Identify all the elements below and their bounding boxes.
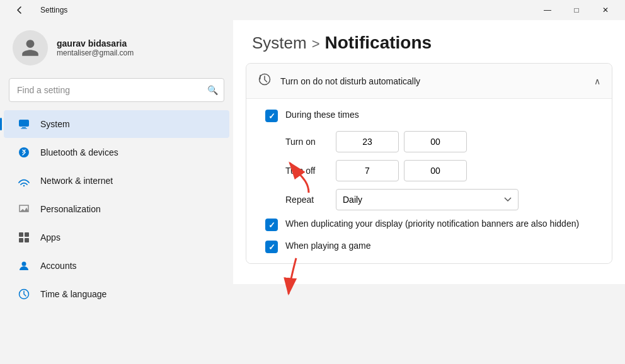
turn-off-minute[interactable] [404,160,467,181]
svg-rect-7 [19,238,23,242]
main-content: System > Notifications [233,20,625,284]
sidebar-item-system-label: System [40,119,70,129]
page-title: Notifications [325,33,432,53]
user-profile[interactable]: gaurav bidasaria mentaliser@gmail.com [0,20,233,76]
nav-list: System Bluetooth & devices [0,110,233,309]
minimize-button[interactable]: — [533,0,562,20]
window-controls: — □ ✕ [533,0,620,20]
system-icon [16,117,32,132]
sidebar-item-bluetooth-label: Bluetooth & devices [40,147,118,157]
chevron-up-icon: ∧ [594,76,600,86]
turn-off-label: Turn off [285,166,336,176]
svg-rect-2 [21,128,27,129]
app-title: Settings [40,6,67,14]
accounts-icon [16,258,32,273]
sidebar-item-apps-label: Apps [40,232,60,242]
content-area: Turn on do not disturb automatically ∧ D… [233,63,625,284]
time-icon [16,287,32,302]
duplicating-display-label: When duplicating your display (priority … [285,218,579,230]
section-title: Turn on do not disturb automatically [280,76,420,86]
bluetooth-icon [16,145,32,160]
avatar [13,30,48,65]
user-email: mentaliser@gmail.com [57,48,134,57]
user-name: gaurav bidasaria [57,38,134,48]
sidebar: gaurav bidasaria mentaliser@gmail.com 🔍 [0,20,233,364]
sidebar-item-time-label: Time & language [40,289,106,299]
title-bar-left: Settings [5,0,67,20]
turn-on-row: Turn on [265,131,599,152]
sidebar-item-personalization-label: Personalization [40,204,101,214]
playing-game-row: When playing a game [265,240,599,253]
during-times-row: During these times [265,109,599,122]
sidebar-item-accounts[interactable]: Accounts [4,252,229,280]
title-bar: Settings — □ ✕ [0,0,625,20]
dnd-section: Turn on do not disturb automatically ∧ D… [246,63,612,264]
during-times-label: During these times [285,109,359,122]
back-button[interactable] [5,0,34,20]
breadcrumb-system: System [252,33,307,53]
sidebar-item-time[interactable]: Time & language [4,280,229,308]
maximize-button[interactable]: □ [562,0,591,20]
repeat-row: Repeat Daily Weekdays Weekends [265,189,599,210]
app-body: gaurav bidasaria mentaliser@gmail.com 🔍 [0,20,625,364]
search-box: 🔍 [9,78,224,102]
svg-rect-0 [19,120,29,127]
repeat-label: Repeat [285,195,336,205]
turn-on-minute[interactable] [404,131,467,152]
svg-rect-1 [22,127,26,128]
svg-point-4 [23,185,25,186]
user-info: gaurav bidasaria mentaliser@gmail.com [57,38,134,57]
playing-game-label: When playing a game [285,240,370,253]
sidebar-item-personalization[interactable]: Personalization [4,195,229,223]
playing-game-checkbox[interactable] [265,241,278,253]
clock-icon [258,72,272,89]
personalization-icon [16,202,32,217]
duplicating-display-row: When duplicating your display (priority … [265,218,599,231]
turn-off-hour[interactable] [336,160,399,181]
turn-on-hour[interactable] [336,131,399,152]
svg-point-9 [22,262,26,266]
svg-rect-5 [19,232,23,237]
repeat-select[interactable]: Daily Weekdays Weekends [336,189,519,210]
search-input[interactable] [9,78,224,102]
sidebar-item-accounts-label: Accounts [40,261,77,271]
sidebar-item-apps[interactable]: Apps [4,224,229,251]
sidebar-item-network[interactable]: Network & internet [4,167,229,195]
main-content-wrapper: System > Notifications [233,20,625,364]
turn-on-label: Turn on [285,137,336,147]
network-icon [16,173,32,188]
person-icon [20,38,40,58]
section-header-left: Turn on do not disturb automatically [258,72,420,89]
turn-off-row: Turn off [265,160,599,181]
page-header: System > Notifications [233,20,625,63]
svg-rect-8 [25,238,29,242]
close-button[interactable]: ✕ [591,0,620,20]
breadcrumb-separator: > [312,36,320,52]
svg-point-3 [19,147,29,157]
sidebar-item-bluetooth[interactable]: Bluetooth & devices [4,139,229,166]
sidebar-item-system[interactable]: System [4,110,229,138]
apps-icon [16,230,32,245]
duplicating-display-checkbox[interactable] [265,219,278,231]
svg-rect-6 [25,232,29,237]
during-times-checkbox[interactable] [265,110,278,122]
section-body: During these times Turn on Turn off [246,99,612,263]
section-header[interactable]: Turn on do not disturb automatically ∧ [246,64,612,99]
sidebar-item-network-label: Network & internet [40,176,113,186]
